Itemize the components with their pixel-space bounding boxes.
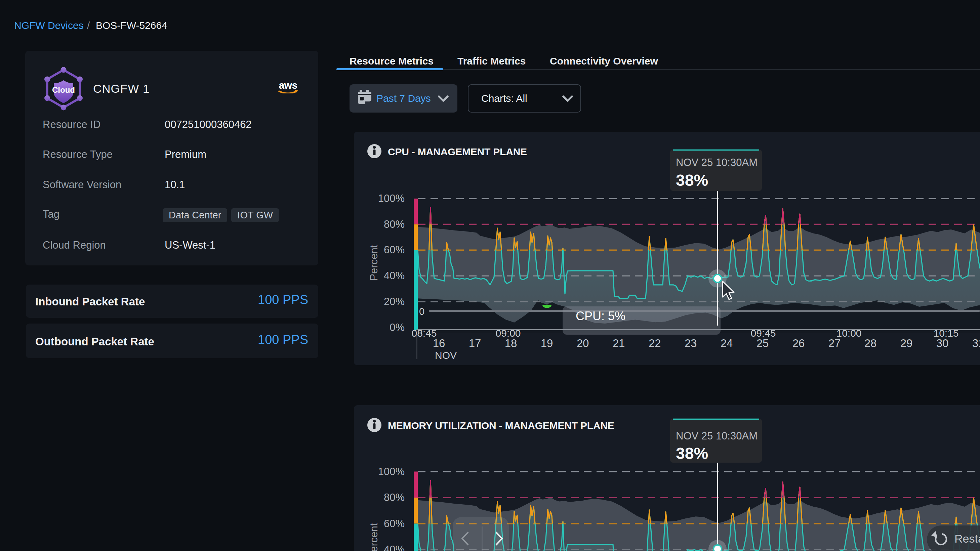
svg-text:19: 19	[541, 337, 553, 349]
svg-text:22: 22	[649, 337, 661, 349]
svg-text:60%: 60%	[384, 518, 405, 529]
svg-text:100%: 100%	[378, 466, 405, 478]
svg-text:Percent: Percent	[368, 523, 380, 551]
svg-text:Percent: Percent	[368, 245, 380, 281]
svg-text:23: 23	[684, 337, 697, 349]
svg-text:27: 27	[829, 337, 841, 349]
svg-text:26: 26	[792, 337, 805, 349]
svg-text:60%: 60%	[384, 244, 405, 256]
svg-text:80%: 80%	[384, 218, 405, 230]
svg-text:31: 31	[972, 337, 980, 349]
svg-text:38%: 38%	[676, 171, 708, 189]
svg-text:0%: 0%	[390, 322, 405, 333]
svg-text:Restart: Restart	[955, 532, 980, 545]
svg-text:NOV 25 10:30AM: NOV 25 10:30AM	[676, 430, 757, 442]
svg-text:20%: 20%	[384, 296, 405, 307]
svg-text:CPU: 5%: CPU: 5%	[576, 309, 625, 323]
svg-text:28: 28	[864, 337, 877, 349]
svg-text:NOV 25 10:30AM: NOV 25 10:30AM	[676, 157, 757, 168]
svg-text:40%: 40%	[384, 270, 405, 281]
svg-text:100%: 100%	[378, 192, 405, 204]
svg-text:NOV: NOV	[435, 350, 457, 361]
svg-text:38%: 38%	[676, 445, 708, 462]
svg-text:17: 17	[469, 337, 481, 349]
svg-text:25: 25	[757, 337, 769, 349]
svg-text:24: 24	[721, 337, 733, 349]
svg-text:40%: 40%	[384, 544, 405, 551]
svg-text:16: 16	[433, 337, 445, 349]
svg-text:30: 30	[936, 337, 949, 349]
svg-text:18: 18	[505, 337, 517, 349]
svg-text:0: 0	[419, 306, 425, 317]
svg-text:20: 20	[577, 337, 589, 349]
svg-text:21: 21	[612, 337, 625, 349]
svg-text:29: 29	[900, 337, 913, 349]
svg-text:80%: 80%	[384, 492, 405, 503]
